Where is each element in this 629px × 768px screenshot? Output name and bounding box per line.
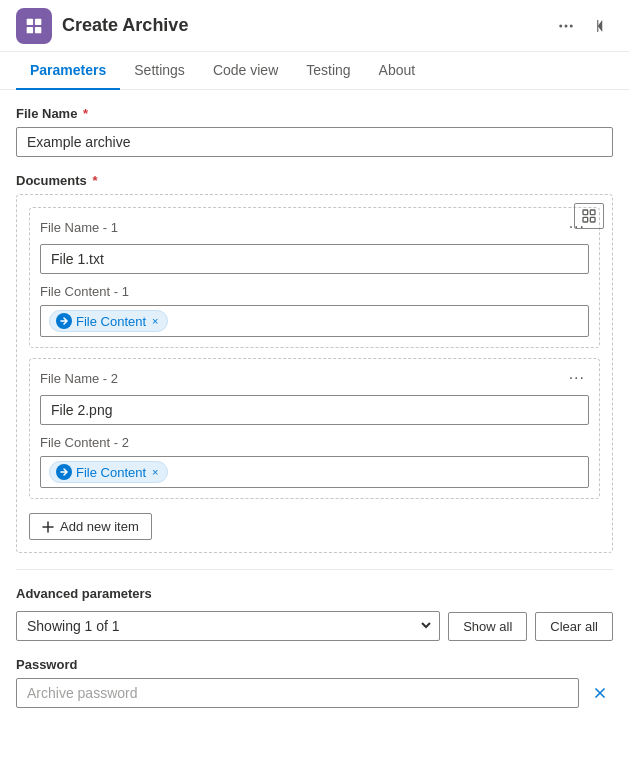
- header: Create Archive: [0, 0, 629, 52]
- file-content-2-token-container[interactable]: File Content ×: [40, 456, 589, 488]
- add-new-item-button[interactable]: Add new item: [29, 513, 152, 540]
- file-name-1-input[interactable]: [40, 244, 589, 274]
- content-area: File Name * Documents *: [0, 90, 629, 740]
- svg-rect-8: [590, 210, 595, 215]
- svg-rect-7: [583, 210, 588, 215]
- documents-label: Documents *: [16, 173, 613, 188]
- page-title: Create Archive: [62, 15, 188, 36]
- documents-group: Documents * File Name - 1 ···: [16, 173, 613, 553]
- token-icon-1: [56, 313, 72, 329]
- show-all-button[interactable]: Show all: [448, 612, 527, 641]
- tabs-nav: Parameters Settings Code view Testing Ab…: [0, 52, 629, 90]
- file-content-1-token-container[interactable]: File Content ×: [40, 305, 589, 337]
- doc-item-1-header: File Name - 1 ···: [40, 218, 589, 236]
- document-item-1: File Name - 1 ··· File Content - 1 File …: [29, 207, 600, 348]
- password-group: Password: [16, 657, 613, 708]
- token-close-2[interactable]: ×: [152, 466, 158, 478]
- file-name-label: File Name *: [16, 106, 613, 121]
- documents-container: File Name - 1 ··· File Content - 1 File …: [16, 194, 613, 553]
- showing-select-wrapper: Showing 1 of 1: [16, 611, 440, 641]
- file-content-1-label: File Content - 1: [40, 284, 589, 299]
- document-item-2: File Name - 2 ··· File Content - 2 File …: [29, 358, 600, 499]
- tab-code-view[interactable]: Code view: [199, 52, 292, 90]
- file-name-2-input[interactable]: [40, 395, 589, 425]
- docs-toolbar: [574, 203, 604, 229]
- header-left: Create Archive: [16, 8, 188, 44]
- file-name-group: File Name *: [16, 106, 613, 157]
- tab-testing[interactable]: Testing: [292, 52, 364, 90]
- doc-item-2-more-button[interactable]: ···: [565, 369, 589, 387]
- svg-point-4: [559, 24, 562, 27]
- token-label-1: File Content: [76, 314, 146, 329]
- divider: [16, 569, 613, 570]
- plus-icon: [42, 521, 54, 533]
- required-indicator: *: [79, 106, 88, 121]
- svg-point-5: [565, 24, 568, 27]
- svg-point-6: [570, 24, 573, 27]
- clear-password-button[interactable]: [587, 680, 613, 706]
- advanced-parameters-label: Advanced parameters: [16, 586, 613, 601]
- file-content-2-label: File Content - 2: [40, 435, 589, 450]
- header-actions: [553, 13, 613, 39]
- file-name-1-label: File Name - 1: [40, 220, 118, 235]
- token-icon-2: [56, 464, 72, 480]
- file-name-2-label: File Name - 2: [40, 371, 118, 386]
- advanced-parameters-row: Showing 1 of 1 Show all Clear all: [16, 611, 613, 641]
- clear-all-button[interactable]: Clear all: [535, 612, 613, 641]
- svg-rect-1: [35, 18, 41, 24]
- advanced-parameters-group: Advanced parameters Showing 1 of 1 Show …: [16, 586, 613, 641]
- svg-rect-10: [590, 217, 595, 222]
- doc-item-2-header: File Name - 2 ···: [40, 369, 589, 387]
- tab-settings[interactable]: Settings: [120, 52, 199, 90]
- showing-select[interactable]: Showing 1 of 1: [16, 611, 440, 641]
- app-icon: [16, 8, 52, 44]
- svg-rect-9: [583, 217, 588, 222]
- close-icon: [591, 684, 609, 702]
- required-indicator-docs: *: [89, 173, 98, 188]
- token-close-1[interactable]: ×: [152, 315, 158, 327]
- token-label-2: File Content: [76, 465, 146, 480]
- file-content-1-token: File Content ×: [49, 310, 168, 332]
- svg-rect-3: [35, 26, 41, 32]
- docs-array-button[interactable]: [574, 203, 604, 229]
- more-options-button[interactable]: [553, 13, 579, 39]
- tab-about[interactable]: About: [365, 52, 430, 90]
- file-content-2-token: File Content ×: [49, 461, 168, 483]
- password-input[interactable]: [16, 678, 579, 708]
- collapse-button[interactable]: [587, 13, 613, 39]
- password-label: Password: [16, 657, 613, 672]
- svg-rect-0: [27, 18, 33, 24]
- tab-parameters[interactable]: Parameters: [16, 52, 120, 90]
- password-row: [16, 678, 613, 708]
- file-name-input[interactable]: [16, 127, 613, 157]
- svg-rect-2: [27, 26, 33, 32]
